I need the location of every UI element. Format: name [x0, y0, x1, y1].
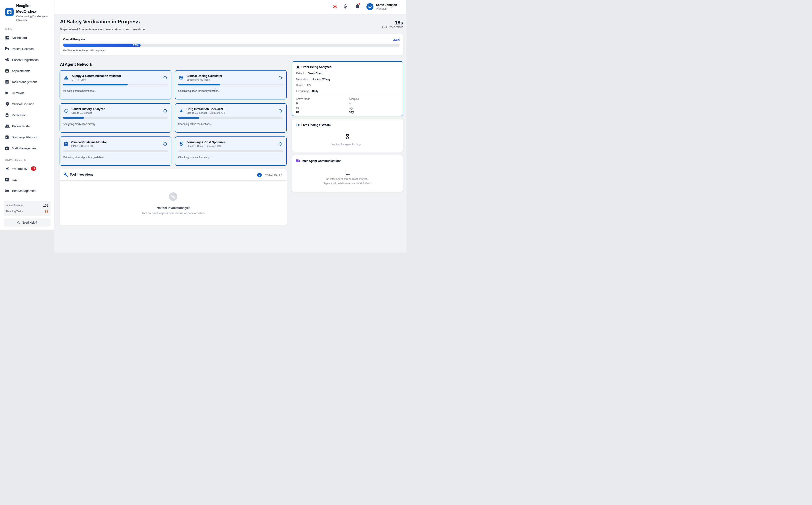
svg-text:$: $	[180, 141, 183, 147]
